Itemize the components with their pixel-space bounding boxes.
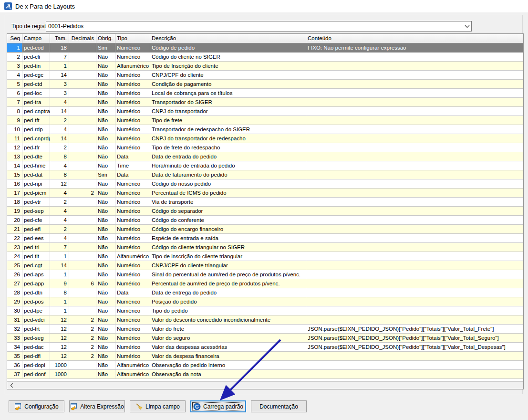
table-row[interactable]: 29ped-pos1NãoNuméricoPosição do pedido: [7, 297, 523, 306]
table-cell: 1: [50, 306, 69, 315]
column-header[interactable]: Conteúdo: [306, 34, 523, 43]
table-row[interactable]: 24ped-tit1NãoAlfanuméricoTipo de inscriç…: [7, 252, 523, 261]
table-row[interactable]: 16ped-npi12NãoNuméricoCódigo do nosso pe…: [7, 179, 523, 189]
table-cell: [306, 134, 523, 143]
table-cell: [306, 315, 523, 325]
table-cell: Não: [96, 288, 115, 297]
table-cell: ped-dopi: [22, 361, 50, 370]
table-cell: ped-rdp: [22, 125, 50, 134]
table-row[interactable]: 37ped-donf1000NãoAlfanuméricoObservação …: [7, 370, 523, 379]
record-type-select[interactable]: 0001-Pedidos: [46, 21, 472, 32]
table-row[interactable]: 34ped-dac122NãoNuméricoValor das despesa…: [7, 343, 523, 352]
table-row[interactable]: 23ped-tri7NãoNuméricoCódigo do cliente t…: [7, 243, 523, 252]
table-row[interactable]: 9ped-tft2NãoNuméricoTipo de frete: [7, 116, 523, 125]
table-row[interactable]: 2ped-cli7NãoNuméricoCódigo do cliente no…: [7, 52, 523, 62]
table-cell: CNPJ/CPF do cliente: [150, 71, 306, 80]
table-row[interactable]: 31ped-vdci122NãoNuméricoValor do descont…: [7, 315, 523, 325]
table-row[interactable]: 11ped-cnprdp14NãoNuméricoCNPJ do transpo…: [7, 134, 523, 143]
table-row[interactable]: 21ped-efi2NãoNuméricoCódigo do encargo f…: [7, 225, 523, 234]
table-row[interactable]: 12ped-tfr2NãoNuméricoTipo de frete do re…: [7, 143, 523, 152]
table-cell: Numérico: [115, 80, 150, 89]
table-row[interactable]: 10ped-rdp4NãoNuméricoTransportador de re…: [7, 125, 523, 134]
table-row[interactable]: 32ped-frt122NãoNuméricoValor do freteJSO…: [7, 325, 523, 334]
column-header[interactable]: Tam.: [50, 34, 69, 43]
table-cell: JSON.parse($EIXN_PEDIDO_JSON)["Pedido"][…: [306, 334, 523, 343]
table-cell: [69, 234, 96, 243]
table-cell: Data: [115, 152, 150, 161]
column-header[interactable]: Tipo: [115, 34, 150, 43]
table-cell: ped-cfe: [22, 216, 50, 225]
table-cell: Não: [96, 325, 115, 334]
table-cell: [306, 161, 523, 170]
table-cell: Condição de pagamento: [150, 80, 306, 89]
column-header[interactable]: Decimais: [69, 34, 96, 43]
table-row[interactable]: 19ped-sep4NãoNuméricoCódigo do separador: [7, 207, 523, 216]
column-header[interactable]: Descrição: [150, 34, 306, 43]
table-cell: [306, 198, 523, 207]
table-cell: [306, 352, 523, 361]
limpa-campo-button[interactable]: Limpa campo: [130, 400, 186, 412]
table-row[interactable]: 20ped-cfe4NãoNuméricoCódigo do conferent…: [7, 216, 523, 225]
column-header[interactable]: Obrig.: [96, 34, 115, 43]
table-row[interactable]: 26ped-aps1NãoNuméricoSinal do percentual…: [7, 270, 523, 279]
table-cell: Numérico: [115, 207, 150, 216]
table-cell: 9: [7, 116, 22, 125]
table-cell: ped-dat: [22, 170, 50, 179]
column-header[interactable]: Seq: [7, 34, 22, 43]
table-row[interactable]: 6ped-loc3NãoNuméricoLocal de cobrança pa…: [7, 89, 523, 98]
table-row[interactable]: 25ped-cgt14NãoNuméricoCNPJ/CPF do client…: [7, 261, 523, 270]
documentacao-button[interactable]: Documentação: [251, 400, 307, 412]
table-cell: [306, 288, 523, 297]
table-cell: Não: [96, 234, 115, 243]
table-cell: 8: [7, 107, 22, 116]
table-row[interactable]: 14ped-hme4NãoTimeHora/minuto de entrada …: [7, 161, 523, 170]
table-row[interactable]: 5ped-ctd3NãoNuméricoCondição de pagament…: [7, 80, 523, 89]
table-cell: Não: [96, 216, 115, 225]
button-row: Configuração Altera Expressão Limpa camp…: [9, 400, 307, 412]
configuracao-button[interactable]: Configuração: [9, 400, 64, 412]
table-row[interactable]: 3ped-tin1NãoAlfanuméricoTipo de Inscriçã…: [7, 62, 523, 71]
table-row[interactable]: 15ped-dat8SimDataData de faturamento do …: [7, 170, 523, 179]
table-cell: [69, 107, 96, 116]
table-cell: [306, 370, 523, 379]
table-row[interactable]: 8ped-cnptra14NãoNuméricoCNPJ do transpor…: [7, 107, 523, 116]
table-cell: [306, 270, 523, 279]
horizontal-scrollbar[interactable]: [7, 381, 523, 389]
table-cell: [69, 89, 96, 98]
scroll-left-icon[interactable]: [10, 383, 13, 388]
table-cell: 2: [50, 198, 69, 207]
table-row[interactable]: 17ped-picm42NãoNuméricoPercentual de ICM…: [7, 189, 523, 198]
table-row[interactable]: 35ped-dfi122NãoNuméricoValor da despesa …: [7, 352, 523, 361]
table-cell: 34: [7, 343, 22, 352]
main-panel: Tipo de registro 0001-Pedidos SeqCampoTa…: [5, 15, 523, 394]
table-row[interactable]: 22ped-ees4NãoNuméricoEspécie de entrada …: [7, 234, 523, 243]
table-row[interactable]: 36ped-dopi1000NãoAlfanuméricoObservação …: [7, 361, 523, 370]
table-cell: Hora/minuto de entrada do pedido: [150, 161, 306, 170]
table-cell: Valor da despesa financeira: [150, 352, 306, 361]
table-cell: 12: [7, 143, 22, 152]
table-cell: Numérico: [115, 98, 150, 107]
table-row[interactable]: 4ped-cgc14NãoNuméricoCNPJ/CPF do cliente: [7, 71, 523, 80]
table-cell: 32: [7, 325, 22, 334]
table-cell: ped-pos: [22, 297, 50, 306]
table-cell: Transportador do SIGER: [150, 98, 306, 107]
table-cell: Não: [96, 270, 115, 279]
table-cell: Não: [96, 306, 115, 315]
table-cell: [306, 62, 523, 71]
table-row[interactable]: 7ped-tra4NãoNuméricoTransportador do SIG…: [7, 98, 523, 107]
table-row[interactable]: 1ped-cod18SimNuméricoCódigo de pedidoFIX…: [7, 43, 523, 52]
altera-expressao-button[interactable]: Altera Expressão: [69, 400, 125, 412]
carrega-padrao-button[interactable]: G Carrega padrão: [190, 400, 246, 412]
table-cell: [306, 243, 523, 252]
form-hand-icon: [70, 403, 78, 410]
table-row[interactable]: 27ped-app96NãoNuméricoPercentual de aum/…: [7, 279, 523, 288]
table-row[interactable]: 28ped-dtn8NãoDataData de entrega do pedi…: [7, 288, 523, 297]
table-row[interactable]: 30ped-tpe1NãoNuméricoTipo do pedido: [7, 306, 523, 315]
table-cell: [306, 179, 523, 189]
table-row[interactable]: 18ped-vtr2NãoNuméricoVia de transporte: [7, 198, 523, 207]
table-row[interactable]: 33ped-seg122NãoNuméricoValor do seguroJS…: [7, 334, 523, 343]
column-header[interactable]: Campo: [22, 34, 50, 43]
table-cell: 14: [50, 261, 69, 270]
table-cell: [69, 170, 96, 179]
table-row[interactable]: 13ped-dte8NãoDataData de entrada do pedi…: [7, 152, 523, 161]
